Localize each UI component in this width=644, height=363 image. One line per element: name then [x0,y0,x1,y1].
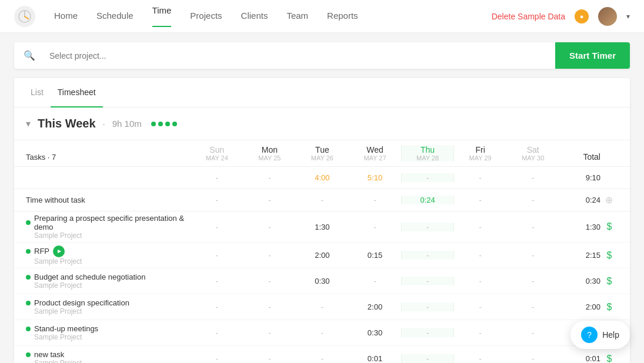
tasks-count-label: Tasks · 7 [26,153,191,162]
task-dot-presentation [26,220,31,225]
product-design-wed[interactable]: 2:00 [349,302,402,311]
help-button[interactable]: ? Help [570,321,630,349]
day-tue: Tue MAY 26 [296,145,349,162]
week-duration: 9h 10m [112,119,142,129]
rfp-play-button[interactable] [53,246,65,257]
task-dot-standup [26,327,31,331]
product-design-dollar: $ [600,302,618,312]
task-row-new-task: new task Sample Project - - - 0:01 - - -… [14,346,630,363]
totals-row: - - 4:00 5:10 - - - 9:10 [14,167,630,189]
total-sun: - [191,173,243,182]
week-dot-4 [172,122,177,126]
budget-dollar: $ [600,276,618,287]
task-row-presentation: Preparing a prospect specific presentati… [14,211,630,243]
time-without-task-thu[interactable]: 0:24 [401,196,454,204]
rfp-wed[interactable]: 0:15 [349,251,402,260]
nav-team[interactable]: Team [286,11,308,22]
total-column-header: Total [559,152,600,162]
nav-schedule[interactable]: Schedule [96,11,134,22]
header: Home Schedule Time Projects Clients Team… [0,0,644,33]
task-dot-rfp [26,249,31,254]
tab-timesheet[interactable]: Timesheet [51,78,103,107]
timesheet-column-headers: Tasks · 7 Sun MAY 24 Mon MAY 25 Tue MAY … [14,140,630,167]
total-tue: 4:00 [296,173,349,182]
day-fri: Fri MAY 29 [454,145,507,162]
task-dot-new-task [26,352,31,357]
search-icon: 🔍 [14,50,40,61]
start-timer-button[interactable]: Start Timer [555,42,630,69]
week-separator: · [103,119,105,129]
time-without-task-row: Time without task - - - - 0:24 - - 0:24 … [14,189,630,211]
task-row-rfp: RFP Sample Project - - 2:00 0:15 - - - 2… [14,243,630,268]
standup-wed[interactable]: 0:30 [349,328,402,337]
rfp-dollar: $ [600,250,618,261]
day-sat: Sat MAY 30 [506,145,559,162]
new-task-dollar: $ [600,354,618,364]
view-tabs: List Timesheet [14,78,630,107]
week-title: This Week [38,117,96,130]
notification-icon[interactable]: ● [575,9,589,23]
help-icon: ? [581,327,598,343]
tab-list[interactable]: List [24,78,51,107]
rfp-tue[interactable]: 2:00 [296,251,349,260]
avatar-dropdown-chevron[interactable]: ▾ [626,12,630,21]
total-thu: - [401,173,454,182]
week-header: ▾ This Week · 9h 10m [14,107,630,140]
main-nav: Home Schedule Time Projects Clients Team… [54,5,358,27]
task-row-budget: Budget and schedule negotiation Sample P… [14,268,630,294]
task-row-standup: Stand-up meetings Sample Project - - - 0… [14,320,630,346]
new-task-wed[interactable]: 0:01 [349,354,402,363]
total-mon: - [243,173,296,182]
project-input-area: 🔍 Start Timer [14,42,630,69]
nav-projects[interactable]: Projects [190,11,222,22]
help-label: Help [602,330,619,340]
nav-time[interactable]: Time [152,5,172,27]
presentation-dollar: $ [600,221,618,232]
time-without-task-add[interactable]: ⊕ [600,194,618,206]
total-sat: - [506,173,559,182]
week-dot-2 [158,122,163,126]
day-sun: Sun MAY 24 [191,145,243,162]
avatar[interactable] [598,7,617,26]
budget-tue[interactable]: 0:30 [296,277,349,285]
total-wed: 5:10 [349,173,402,182]
week-dot-3 [165,122,170,126]
week-dots [151,122,177,126]
week-collapse-toggle[interactable]: ▾ [26,118,31,129]
week-dot-1 [151,122,156,126]
day-wed: Wed MAY 27 [349,145,402,162]
nav-clients[interactable]: Clients [241,11,268,22]
logo-icon [14,6,35,27]
nav-reports[interactable]: Reports [327,11,358,22]
task-dot-budget [26,275,31,280]
project-search-input[interactable] [40,43,555,69]
header-right: Delete Sample Data ● ▾ [492,7,630,26]
total-fri: - [454,173,507,182]
main-content: List Timesheet ▾ This Week · 9h 10m Task… [14,78,630,363]
day-thu: Thu MAY 28 [401,145,454,162]
time-without-task-label: Time without task [26,196,191,204]
task-name-presentation: Preparing a prospect specific presentati… [26,214,191,231]
total-all: 9:10 [559,173,600,182]
nav-home[interactable]: Home [54,11,78,22]
day-mon: Mon MAY 25 [243,145,296,162]
presentation-tue[interactable]: 1:30 [296,223,349,231]
task-dot-product-design [26,301,31,305]
delete-sample-link[interactable]: Delete Sample Data [492,12,565,21]
task-row-product-design: Product design specification Sample Proj… [14,294,630,320]
